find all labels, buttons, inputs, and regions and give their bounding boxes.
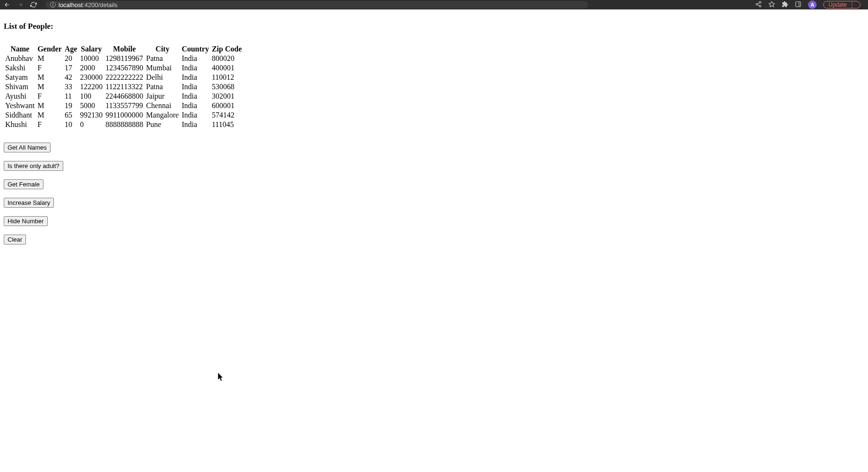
table-cell-mobile: 1298119967 [104, 54, 145, 63]
table-cell-gender: F [36, 63, 63, 73]
update-button[interactable]: Update ⋮ [823, 1, 860, 8]
table-cell-zip: 574142 [211, 110, 244, 120]
table-cell-salary: 992130 [79, 110, 104, 120]
svg-marker-5 [769, 1, 775, 7]
svg-point-1 [756, 3, 758, 5]
get-all-names-button[interactable]: Get All Names [4, 143, 51, 152]
is-only-adult-button[interactable]: Is there only adult? [4, 161, 63, 171]
table-cell-city: Patna [145, 82, 180, 92]
table-cell-mobile: 1133557799 [104, 101, 145, 110]
table-cell-zip: 400001 [211, 63, 244, 73]
page-title: List of People: [4, 22, 864, 31]
table-cell-age: 10 [63, 120, 79, 129]
get-female-button[interactable]: Get Female [4, 179, 43, 189]
table-cell-gender: F [36, 92, 63, 101]
table-cell-zip: 600001 [211, 101, 244, 110]
table-cell-gender: F [36, 120, 63, 129]
table-cell-age: 33 [63, 82, 79, 92]
table-cell-age: 65 [63, 110, 79, 120]
table-cell-name: Sakshi [4, 63, 36, 73]
table-cell-city: Patna [145, 54, 180, 63]
table-row: AnubhavM20100001298119967PatnaIndia80002… [4, 54, 243, 63]
browser-toolbar: i localhost:4200/details A Update ⋮ [0, 0, 868, 9]
svg-point-2 [759, 5, 761, 7]
table-row: KhushiF1008888888888PuneIndia111045 [4, 120, 243, 129]
table-cell-city: Chennai [145, 101, 180, 110]
reload-icon[interactable] [30, 1, 37, 8]
svg-point-0 [759, 1, 761, 3]
table-cell-name: Khushi [4, 120, 36, 129]
table-cell-name: Ayushi [4, 92, 36, 101]
table-cell-country: India [180, 54, 211, 63]
page-content: List of People: NameGenderAgeSalaryMobil… [0, 9, 868, 257]
hide-number-button[interactable]: Hide Number [4, 216, 48, 226]
extensions-icon[interactable] [782, 1, 788, 9]
back-icon[interactable] [4, 1, 10, 8]
table-cell-name: Yeshwant [4, 101, 36, 110]
table-header: Age [63, 44, 79, 54]
table-header: Salary [79, 44, 104, 54]
table-cell-country: India [180, 73, 211, 82]
table-cell-country: India [180, 101, 211, 110]
table-cell-city: Mumbai [145, 63, 180, 73]
table-cell-age: 17 [63, 63, 79, 73]
table-cell-country: India [180, 120, 211, 129]
table-cell-country: India [180, 82, 211, 92]
table-cell-name: Shivam [4, 82, 36, 92]
table-cell-country: India [180, 110, 211, 120]
table-cell-age: 20 [63, 54, 79, 63]
star-icon[interactable] [768, 1, 775, 9]
table-header: Mobile [104, 44, 145, 54]
table-row: YeshwantM1950001133557799ChennaiIndia600… [4, 101, 243, 110]
table-cell-zip: 530068 [211, 82, 244, 92]
clear-button[interactable]: Clear [4, 235, 26, 244]
table-cell-zip: 111045 [211, 120, 244, 129]
buttons-area: Get All Names Is there only adult? Get F… [4, 143, 864, 244]
table-cell-gender: M [36, 73, 63, 82]
avatar[interactable]: A [808, 0, 817, 9]
table-cell-city: Jaipur [145, 92, 180, 101]
table-cell-country: India [180, 63, 211, 73]
panel-icon[interactable] [795, 1, 801, 9]
nav-buttons [4, 1, 37, 8]
table-cell-salary: 230000 [79, 73, 104, 82]
table-cell-salary: 122200 [79, 82, 104, 92]
toolbar-right: A Update ⋮ [755, 0, 860, 9]
forward-icon[interactable] [17, 1, 24, 8]
table-cell-mobile: 1122113322 [104, 82, 145, 92]
table-cell-gender: M [36, 82, 63, 92]
table-cell-name: Satyam [4, 73, 36, 82]
table-cell-zip: 302001 [211, 92, 244, 101]
table-cell-salary: 2000 [79, 63, 104, 73]
table-cell-city: Mangalore [145, 110, 180, 120]
table-cell-age: 19 [63, 101, 79, 110]
table-cell-mobile: 2222222222 [104, 73, 145, 82]
mouse-cursor [218, 373, 224, 383]
table-cell-gender: M [36, 101, 63, 110]
table-row: SiddhantM659921309911000000MangaloreIndi… [4, 110, 243, 120]
table-cell-country: India [180, 92, 211, 101]
share-icon[interactable] [755, 1, 762, 9]
svg-line-4 [758, 2, 759, 3]
table-cell-gender: M [36, 110, 63, 120]
url-text: localhost:4200/details [59, 1, 118, 8]
table-cell-salary: 0 [79, 120, 104, 129]
table-cell-salary: 10000 [79, 54, 104, 63]
table-cell-zip: 110012 [211, 73, 244, 82]
info-icon: i [50, 2, 56, 8]
table-header: City [145, 44, 180, 54]
table-cell-salary: 100 [79, 92, 104, 101]
table-cell-salary: 5000 [79, 101, 104, 110]
people-table: NameGenderAgeSalaryMobileCityCountryZip … [4, 44, 243, 129]
table-cell-age: 11 [63, 92, 79, 101]
table-row: SatyamM422300002222222222DelhiIndia11001… [4, 73, 243, 82]
table-cell-city: Pune [145, 120, 180, 129]
table-header: Zip Code [211, 44, 244, 54]
svg-line-3 [758, 4, 759, 5]
table-cell-age: 42 [63, 73, 79, 82]
table-cell-mobile: 8888888888 [104, 120, 145, 129]
increase-salary-button[interactable]: Increase Salary [4, 198, 54, 208]
address-bar[interactable]: i localhost:4200/details [45, 1, 588, 8]
table-cell-mobile: 9911000000 [104, 110, 145, 120]
table-cell-name: Anubhav [4, 54, 36, 63]
